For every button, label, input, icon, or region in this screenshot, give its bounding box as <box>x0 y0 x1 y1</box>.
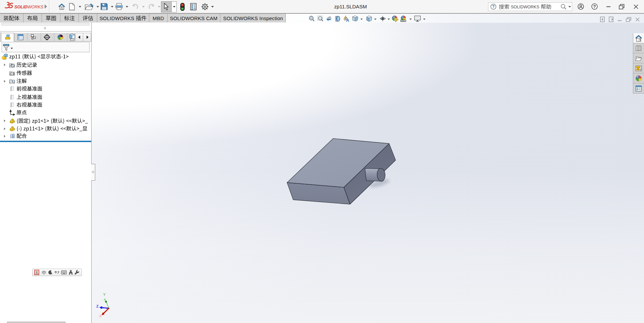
svg-text:SOLIDWORKS: SOLIDWORKS <box>14 5 44 9</box>
svg-text:X: X <box>99 314 102 318</box>
svg-text:A: A <box>11 80 14 84</box>
svg-text:?: ? <box>492 4 494 9</box>
svg-text:Z: Z <box>96 304 99 308</box>
svg-text:A: A <box>346 18 350 22</box>
svg-text:Y: Y <box>103 293 106 297</box>
svg-text:?: ? <box>593 4 596 9</box>
